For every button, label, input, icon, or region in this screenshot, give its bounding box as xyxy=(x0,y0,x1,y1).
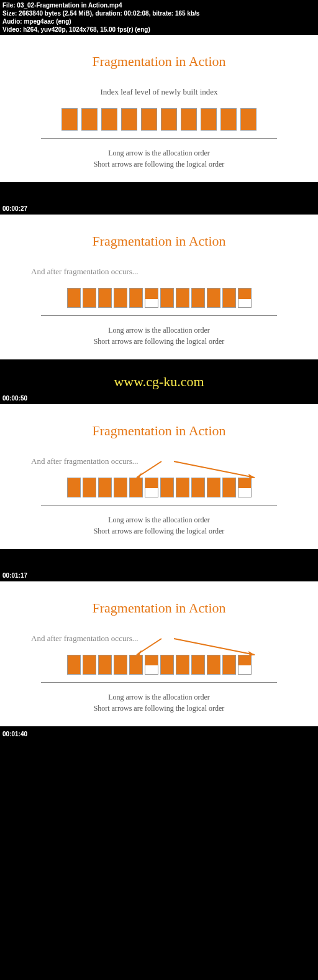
slide-4: Fragmentation in Action And after fragme… xyxy=(0,581,318,726)
index-page-block xyxy=(101,108,117,131)
index-page-block xyxy=(176,288,189,308)
slide-caption: Long arrow is the allocation order Short… xyxy=(12,147,306,170)
index-page-block xyxy=(83,288,96,308)
watermark-band: www.cg-ku.com 00:00:50 xyxy=(0,359,318,404)
caption-line: Short arrows are following the logical o… xyxy=(12,336,306,347)
allocation-arrow-line xyxy=(41,315,277,316)
index-page-block xyxy=(191,478,205,497)
slide-2: Fragmentation in Action And after fragme… xyxy=(0,215,318,359)
allocation-arrow-line xyxy=(41,138,277,139)
index-page-block-half xyxy=(238,288,252,308)
file-info-line: Size: 2663840 bytes (2.54 MiB), duration… xyxy=(2,9,316,17)
index-page-block xyxy=(191,655,205,675)
index-page-block xyxy=(191,288,205,308)
index-page-block xyxy=(129,478,143,497)
caption-line: Short arrows are following the logical o… xyxy=(12,703,306,714)
slide-subtitle: And after fragmentation occurs... xyxy=(31,634,306,644)
allocation-arrow-line xyxy=(41,682,277,683)
index-page-block xyxy=(129,655,143,675)
slide-caption: Long arrow is the allocation order Short… xyxy=(12,691,306,714)
index-page-block xyxy=(207,478,220,497)
slide-3: Fragmentation in Action And after fragme… xyxy=(0,404,318,549)
index-page-block-half xyxy=(145,655,158,675)
index-page-block xyxy=(176,478,189,497)
index-page-block-half xyxy=(238,478,252,497)
index-page-block xyxy=(67,655,81,675)
file-info-header: File: 03_02-Fragmentation in Action.mp4 … xyxy=(0,0,318,35)
index-page-block xyxy=(81,108,98,131)
divider-band: 00:00:27 xyxy=(0,182,318,215)
index-page-block xyxy=(114,655,127,675)
index-page-block xyxy=(129,288,143,308)
slide-title: Fragmentation in Action xyxy=(12,600,306,616)
index-page-block xyxy=(207,655,220,675)
index-page-block-half xyxy=(145,288,158,308)
file-info-line: File: 03_02-Fragmentation in Action.mp4 xyxy=(2,1,316,9)
file-info-line: Video: h264, yuv420p, 1024x768, 15.00 fp… xyxy=(2,25,316,34)
index-page-block xyxy=(83,655,96,675)
slide-subtitle: And after fragmentation occurs... xyxy=(31,267,306,277)
index-page-block xyxy=(67,478,81,497)
caption-line: Short arrows are following the logical o… xyxy=(12,159,306,170)
index-page-block xyxy=(222,478,236,497)
slide-title: Fragmentation in Action xyxy=(12,53,306,70)
divider-band: 00:01:17 xyxy=(0,549,318,581)
index-blocks-row xyxy=(12,478,306,497)
index-page-block xyxy=(160,655,174,675)
index-page-block xyxy=(83,478,96,497)
index-blocks-row xyxy=(12,655,306,675)
index-blocks-row xyxy=(12,108,306,131)
index-page-block xyxy=(114,478,127,497)
index-page-block xyxy=(222,288,236,308)
index-page-block xyxy=(114,288,127,308)
caption-line: Long arrow is the allocation order xyxy=(12,514,306,525)
index-page-block xyxy=(98,478,112,497)
index-page-block xyxy=(240,108,257,131)
timestamp-label: 00:00:27 xyxy=(2,205,27,212)
slide-caption: Long arrow is the allocation order Short… xyxy=(12,514,306,537)
index-page-block xyxy=(121,108,137,131)
index-page-block xyxy=(201,108,217,131)
slide-1: Fragmentation in Action Index leaf level… xyxy=(0,35,318,182)
index-page-block xyxy=(141,108,157,131)
caption-line: Short arrows are following the logical o… xyxy=(12,525,306,537)
index-page-block-half xyxy=(238,655,252,675)
timestamp-label: 00:01:17 xyxy=(2,572,27,579)
slide-caption: Long arrow is the allocation order Short… xyxy=(12,325,306,347)
index-page-block xyxy=(161,108,177,131)
timestamp-label: 00:00:50 xyxy=(2,395,27,402)
index-page-block xyxy=(61,108,78,131)
caption-line: Long arrow is the allocation order xyxy=(12,691,306,703)
index-page-block xyxy=(98,288,112,308)
index-page-block xyxy=(98,655,112,675)
index-page-block xyxy=(160,288,174,308)
slide-subtitle: And after fragmentation occurs... xyxy=(31,456,306,466)
timestamp-label: 00:01:40 xyxy=(2,731,27,737)
index-blocks-row xyxy=(12,288,306,308)
index-page-block-half xyxy=(145,478,158,497)
index-page-block xyxy=(222,655,236,675)
index-page-block xyxy=(207,288,220,308)
caption-line: Long arrow is the allocation order xyxy=(12,325,306,336)
slide-title: Fragmentation in Action xyxy=(12,233,306,249)
slide-subtitle: Index leaf level of newly built index xyxy=(12,87,306,97)
index-page-block xyxy=(220,108,237,131)
index-page-block xyxy=(67,288,81,308)
allocation-arrow-line xyxy=(41,505,277,506)
caption-line: Long arrow is the allocation order xyxy=(12,147,306,159)
slide-title: Fragmentation in Action xyxy=(12,423,306,439)
watermark-text: www.cg-ku.com xyxy=(114,374,204,390)
index-page-block xyxy=(181,108,197,131)
index-page-block xyxy=(176,655,189,675)
index-page-block xyxy=(160,478,174,497)
file-info-line: Audio: mpeg4aac (eng) xyxy=(2,17,316,25)
divider-band: 00:01:40 xyxy=(0,726,318,740)
